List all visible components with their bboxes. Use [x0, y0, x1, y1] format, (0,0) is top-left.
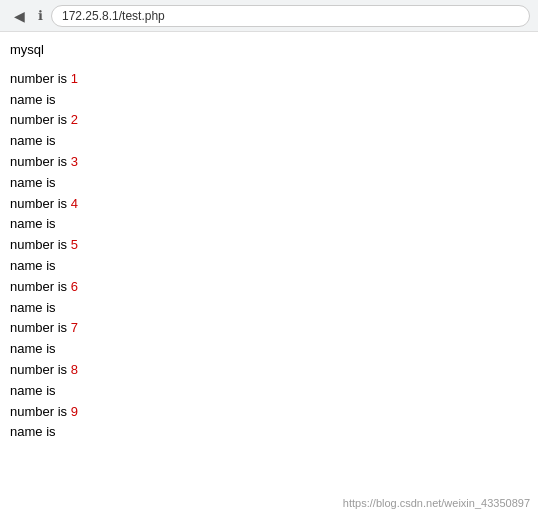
name-line: name is — [10, 90, 528, 111]
number-line: number is 5 — [10, 235, 528, 256]
number-line: number is 7 — [10, 318, 528, 339]
number-prefix: number is — [10, 196, 71, 211]
browser-chrome: ◀ ℹ 172.25.8.1/test.php — [0, 0, 538, 32]
number-value: 8 — [71, 362, 78, 377]
number-prefix: number is — [10, 237, 71, 252]
number-value: 4 — [71, 196, 78, 211]
number-value: 5 — [71, 237, 78, 252]
number-prefix: number is — [10, 71, 71, 86]
number-value: 3 — [71, 154, 78, 169]
name-line: name is — [10, 214, 528, 235]
url-bar[interactable]: 172.25.8.1/test.php — [51, 5, 530, 27]
name-line: name is — [10, 381, 528, 402]
number-prefix: number is — [10, 112, 71, 127]
number-value: 9 — [71, 404, 78, 419]
info-icon: ℹ — [38, 8, 43, 23]
number-line: number is 1 — [10, 69, 528, 90]
number-line: number is 4 — [10, 194, 528, 215]
number-value: 1 — [71, 71, 78, 86]
name-line: name is — [10, 173, 528, 194]
number-prefix: number is — [10, 320, 71, 335]
number-value: 6 — [71, 279, 78, 294]
number-value: 7 — [71, 320, 78, 335]
number-value: 2 — [71, 112, 78, 127]
number-prefix: number is — [10, 404, 71, 419]
name-line: name is — [10, 339, 528, 360]
number-line: number is 6 — [10, 277, 528, 298]
number-prefix: number is — [10, 154, 71, 169]
number-line: number is 9 — [10, 402, 528, 423]
back-button[interactable]: ◀ — [8, 5, 30, 27]
name-line: name is — [10, 298, 528, 319]
number-prefix: number is — [10, 362, 71, 377]
address-bar-container: ◀ ℹ 172.25.8.1/test.php — [0, 0, 538, 32]
header-line: mysql — [10, 40, 528, 61]
name-line: name is — [10, 131, 528, 152]
number-line: number is 2 — [10, 110, 528, 131]
page-content: mysql — [0, 32, 538, 69]
rows-container: number is 1name isnumber is 2name isnumb… — [0, 69, 538, 451]
number-prefix: number is — [10, 279, 71, 294]
watermark: https://blog.csdn.net/weixin_43350897 — [343, 497, 530, 509]
number-line: number is 8 — [10, 360, 528, 381]
name-line: name is — [10, 256, 528, 277]
number-line: number is 3 — [10, 152, 528, 173]
name-line: name is — [10, 422, 528, 443]
